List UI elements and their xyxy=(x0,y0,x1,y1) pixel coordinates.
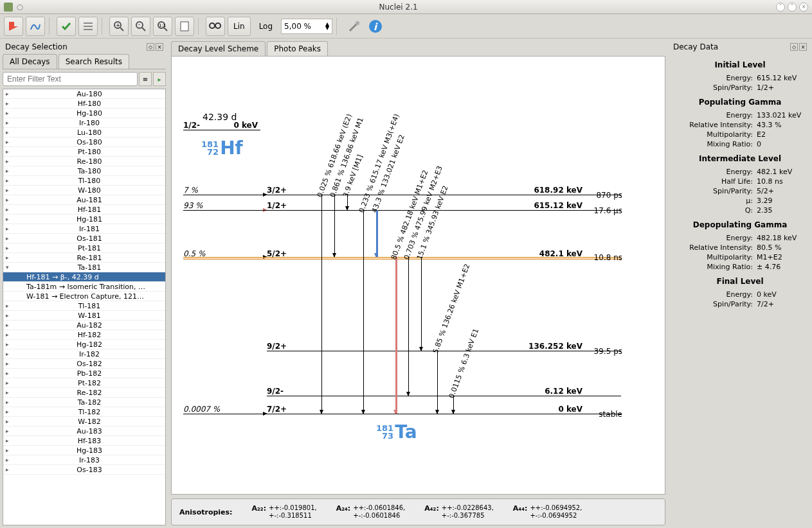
tree-child-item[interactable]: Ta-181m → Isomeric Transition, … xyxy=(3,282,165,292)
tree-item[interactable]: ▸Ir-180 xyxy=(3,118,165,128)
tree-item[interactable]: ▸W-182 xyxy=(3,417,165,427)
minimize-button[interactable]: ˅ xyxy=(776,3,785,12)
data-row: Multipolarity:E2 xyxy=(672,130,808,139)
tree-item[interactable]: ▸Au-182 xyxy=(3,321,165,330)
data-row: Half Life:10.8 ns xyxy=(672,177,808,186)
maximize-button[interactable]: ˄ xyxy=(788,3,797,12)
zoom-out-button[interactable]: - xyxy=(131,17,150,36)
tree-item[interactable]: ▸Hf-180 xyxy=(3,99,165,109)
svg-line-4 xyxy=(120,28,123,31)
window-menu-icon[interactable]: ◯ xyxy=(17,4,23,10)
data-row: Energy:133.021 keV xyxy=(672,110,808,120)
data-row: Mixing Ratio:0 xyxy=(672,139,808,149)
export-pdf-button[interactable] xyxy=(4,17,23,36)
tree-item[interactable]: ▸Hg-183 xyxy=(3,446,165,455)
svg-text:1:1: 1:1 xyxy=(159,23,166,28)
page-button[interactable] xyxy=(175,17,194,36)
tree-item[interactable]: ▸Ta-182 xyxy=(3,398,165,407)
tree-item[interactable]: ▸W-180 xyxy=(3,186,165,195)
tree-item[interactable]: ▸Pt-181 xyxy=(3,243,165,253)
tree-item[interactable]: ▸Os-183 xyxy=(3,465,165,475)
tree-item[interactable]: ▸Ir-183 xyxy=(3,455,165,465)
data-row: Energy:615.12 keV xyxy=(672,73,808,83)
svg-point-13 xyxy=(210,23,215,28)
toolbar: + - 1:1 Lin Log 5,00 %▲▼ i xyxy=(0,14,812,39)
svg-text:-: - xyxy=(138,22,140,28)
tree-item[interactable]: ▸Hg-182 xyxy=(3,340,165,349)
tree-item[interactable]: Ta-181 xyxy=(3,263,165,272)
data-row: Spin/Parity:5/2+ xyxy=(672,186,808,196)
tree-item[interactable]: ▸Ir-181 xyxy=(3,224,165,234)
tree-child-item[interactable]: W-181 → Electron Capture, 121… xyxy=(3,292,165,301)
svg-rect-12 xyxy=(181,22,188,31)
level-615[interactable]: 93 % 1/2+ 615.12 keV 17.6 µs xyxy=(183,210,621,211)
section-heading: Intermediate Level xyxy=(672,154,808,163)
zoom-in-button[interactable]: + xyxy=(109,17,129,36)
percent-spinner[interactable]: 5,00 %▲▼ xyxy=(281,19,332,34)
tree-item[interactable]: ▸Hg-181 xyxy=(3,215,165,224)
tree-item[interactable]: ▸Hf-183 xyxy=(3,436,165,446)
zoom-fit-button[interactable]: 1:1 xyxy=(153,17,172,36)
list-button[interactable] xyxy=(78,17,98,36)
log-button[interactable]: Log xyxy=(253,17,278,36)
settings-button[interactable] xyxy=(344,17,363,36)
data-row: Energy:482.18 keV xyxy=(672,233,808,243)
tree-item[interactable]: ▸Re-181 xyxy=(3,253,165,263)
tree-item[interactable]: ▸Re-182 xyxy=(3,388,165,398)
tree-item[interactable]: ▸Hf-182 xyxy=(3,330,165,340)
tree-item[interactable]: ▸Tl-180 xyxy=(3,176,165,186)
tree-item[interactable]: ▸Re-180 xyxy=(3,157,165,166)
svg-rect-1 xyxy=(84,26,93,27)
tree-item[interactable]: ▸Lu-180 xyxy=(3,128,165,137)
tree-item[interactable]: ▸Pt-182 xyxy=(3,378,165,388)
nuclide-tree[interactable]: ▸Au-180▸Hf-180▸Hg-180▸Ir-180▸Lu-180▸Os-1… xyxy=(3,89,166,525)
svg-line-7 xyxy=(142,28,145,31)
svg-point-16 xyxy=(356,21,359,25)
data-row: Spin/Parity:7/2+ xyxy=(672,299,808,309)
tree-item[interactable]: ▸Au-183 xyxy=(3,427,165,436)
tree-item[interactable]: ▸Hf-181 xyxy=(3,205,165,215)
tree-item[interactable]: ▸W-181 xyxy=(3,311,165,321)
tree-item[interactable]: ▸Os-180 xyxy=(3,137,165,147)
close-button[interactable]: × xyxy=(799,3,808,12)
svg-text:+: + xyxy=(116,22,120,28)
check-button[interactable] xyxy=(57,17,76,36)
tree-item[interactable]: ▸Tl-181 xyxy=(3,301,165,311)
window-title: Nuclei 2.1 xyxy=(23,3,773,12)
section-heading: Initial Level xyxy=(672,60,808,69)
tree-item[interactable]: ▸Tl-182 xyxy=(3,407,165,417)
tab-decay-level-scheme[interactable]: Decay Level Scheme xyxy=(171,41,266,56)
panel-detach-button[interactable]: ◇ xyxy=(790,43,798,51)
export-svg-button[interactable] xyxy=(26,17,45,36)
tab-photo-peaks[interactable]: Photo Peaks xyxy=(267,41,328,56)
decay-scheme-canvas: 42.39 d 1/2- 0 keV 18172 Hf xyxy=(171,56,665,495)
tree-item[interactable]: ▸Au-180 xyxy=(3,89,165,99)
panel-title: Decay Data xyxy=(673,42,789,51)
tree-item[interactable]: ▸Hg-180 xyxy=(3,109,165,118)
data-row: Q:2.35 xyxy=(672,206,808,215)
tree-item[interactable]: ▸Ir-182 xyxy=(3,349,165,359)
center-panel: Decay Level Scheme Photo Peaks 42.39 d 1… xyxy=(168,39,668,528)
lin-button[interactable]: Lin xyxy=(228,17,251,36)
tree-item[interactable]: ▸Pt-180 xyxy=(3,147,165,157)
tree-item[interactable]: ▸Ta-180 xyxy=(3,166,165,176)
tree-child-item[interactable]: Hf-181 → β-, 42.39 d xyxy=(3,272,165,282)
tab-search-results[interactable]: Search Results xyxy=(59,54,129,69)
search-button[interactable] xyxy=(206,17,225,36)
filter-go-button[interactable]: ▸ xyxy=(153,72,166,86)
tree-item[interactable]: ▸Au-181 xyxy=(3,195,165,205)
data-row: Energy:0 keV xyxy=(672,290,808,299)
filter-clear-button[interactable]: ≡ xyxy=(139,72,152,86)
tab-all-decays[interactable]: All Decays xyxy=(3,54,57,69)
data-row: Mixing Ratio:± 4.76 xyxy=(672,262,808,272)
tree-item[interactable]: ▸Pb-182 xyxy=(3,369,165,378)
panel-close-button[interactable]: × xyxy=(156,43,163,51)
panel-detach-button[interactable]: ◇ xyxy=(147,43,154,51)
filter-input[interactable] xyxy=(3,72,138,86)
tree-item[interactable]: ▸Os-182 xyxy=(3,359,165,369)
tree-item[interactable]: ▸Os-181 xyxy=(3,234,165,243)
anisotropies-box: Anisotropies: A₂₂:++:-0.019801, +-:-0.31… xyxy=(171,498,665,525)
parent-halflife: 42.39 d xyxy=(203,112,237,122)
panel-close-button[interactable]: × xyxy=(799,43,807,51)
info-button[interactable]: i xyxy=(366,17,385,36)
